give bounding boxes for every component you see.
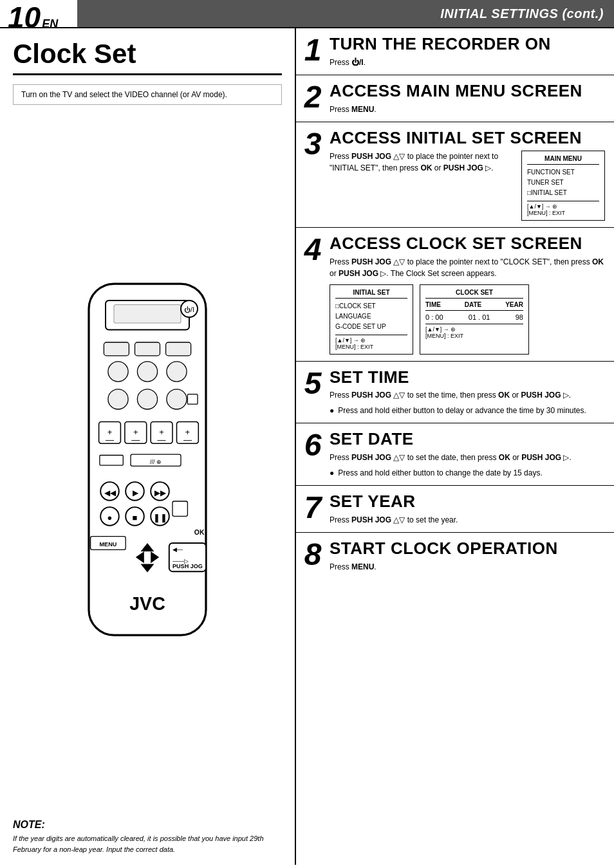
step-2-desc: Press MENU. [330, 104, 605, 115]
step-6-bullet: Press and hold either button to change t… [330, 467, 605, 479]
page-number-area: 10 EN [0, 0, 77, 27]
step-3-heading: ACCESS INITIAL SET SCREEN [330, 129, 605, 148]
clock-set-headers: TIME DATE YEAR [425, 301, 523, 311]
menu-item-tuner-set: TUNER SET [527, 178, 599, 188]
clock-set-values: 0 : 00 01 . 01 98 [425, 313, 523, 321]
main-layout: Clock Set Turn on the TV and select the … [0, 28, 614, 865]
clock-set-col-date: DATE [465, 301, 481, 308]
header-title-bar: INITIAL SETTINGS (cont.) [77, 0, 614, 27]
svg-rect-2 [114, 305, 181, 324]
svg-text:■: ■ [133, 513, 138, 522]
step-2: 2 ACCESS MAIN MENU SCREEN Press MENU. [296, 75, 614, 122]
step-1-content: TURN THE RECORDER ON Press ⏻/I. [330, 35, 605, 68]
left-column: Clock Set Turn on the TV and select the … [0, 28, 296, 865]
step-2-content: ACCESS MAIN MENU SCREEN Press MENU. [330, 82, 605, 115]
clock-set-val-time: 0 : 00 [425, 313, 443, 321]
step-4: 4 ACCESS CLOCK SET SCREEN Press PUSH JOG… [296, 228, 614, 362]
svg-text:MENU: MENU [100, 541, 117, 548]
step-8-desc: Press MENU. [330, 561, 605, 573]
step-6-desc: Press PUSH JOG △▽ to set the date, then … [330, 452, 605, 463]
svg-text:—: — [106, 435, 114, 445]
step-5-heading: SET TIME [330, 368, 605, 387]
svg-text:OK: OK [194, 529, 205, 536]
step-8-content: START CLOCK OPERATION Press MENU. [330, 539, 605, 573]
svg-text:◀◀: ◀◀ [104, 488, 116, 497]
step-1: 1 TURN THE RECORDER ON Press ⏻/I. [296, 28, 614, 75]
clock-set-title: Clock Set [13, 39, 282, 75]
svg-point-9 [137, 362, 157, 382]
step-7: 7 SET YEAR Press PUSH JOG △▽ to set the … [296, 486, 614, 533]
tv-instruction: Turn on the TV and select the VIDEO chan… [13, 84, 282, 105]
initial-set-nav: [▲/▼] → ⊛[MENU] : EXIT [335, 335, 407, 350]
svg-rect-42 [172, 501, 187, 516]
svg-point-13 [167, 389, 187, 409]
svg-text:▶: ▶ [133, 488, 139, 497]
step-1-heading: TURN THE RECORDER ON [330, 35, 605, 54]
step-5-bullet: Press and hold either button to delay or… [330, 405, 605, 416]
svg-text:PUSH JOG: PUSH JOG [172, 563, 203, 569]
step-8-number: 8 [296, 539, 330, 573]
step-5-desc: Press PUSH JOG △▽ to set the time, then … [330, 389, 605, 401]
svg-point-12 [137, 389, 157, 409]
step-5-number: 5 [296, 368, 330, 417]
header-title-text: INITIAL SETTINGS (cont.) [440, 6, 604, 21]
initial-set-title: INITIAL SET [335, 289, 407, 299]
page-header: 10 EN INITIAL SETTINGS (cont.) [0, 0, 614, 28]
svg-text:●: ● [107, 513, 113, 522]
note-section: NOTE: If the year digits are automatical… [13, 814, 282, 854]
svg-text:⏻/I: ⏻/I [184, 306, 194, 313]
clock-set-nav: [▲/▼] → ⊛[MENU] : EXIT [425, 324, 523, 339]
step-6: 6 SET DATE Press PUSH JOG △▽ to set the … [296, 423, 614, 486]
clock-set-screen: CLOCK SET TIME DATE YEAR 0 : 00 01 . 01 … [420, 284, 529, 355]
svg-text:/// ⊕: /// ⊕ [150, 459, 162, 465]
step-4-desc: Press PUSH JOG △▽ to place the pointer n… [330, 256, 605, 279]
svg-rect-5 [104, 342, 129, 356]
svg-text:—: — [158, 435, 166, 445]
step-6-number: 6 [296, 430, 330, 479]
remote-svg: ⏻/I + + + [64, 275, 231, 643]
menu-item-initial-set: □INITIAL SET [527, 188, 599, 198]
note-heading: NOTE: [13, 819, 282, 831]
main-menu-nav: [▲/▼] → ⊛[MENU] : EXIT [527, 201, 599, 216]
svg-text:❚❚: ❚❚ [153, 513, 167, 523]
svg-text:JVC: JVC [129, 593, 165, 614]
initial-set-item-clock: □CLOCK SET [335, 301, 407, 311]
step-5: 5 SET TIME Press PUSH JOG △▽ to set the … [296, 362, 614, 424]
step-5-content: SET TIME Press PUSH JOG △▽ to set the ti… [330, 368, 605, 417]
step-3-desc: Press PUSH JOG △▽ to place the pointer n… [330, 151, 515, 174]
svg-text:—: — [183, 435, 192, 445]
step-3-number: 3 [296, 129, 330, 221]
svg-text:▶▶: ▶▶ [154, 488, 167, 497]
clock-set-col-year: YEAR [505, 301, 523, 308]
step-8: 8 START CLOCK OPERATION Press MENU. [296, 533, 614, 579]
menu-item-function-set: FUNCTION SET [527, 167, 599, 178]
step-2-number: 2 [296, 82, 330, 115]
step-8-heading: START CLOCK OPERATION [330, 539, 605, 559]
svg-text:—: — [131, 435, 140, 445]
svg-rect-6 [135, 342, 160, 356]
step-3: 3 ACCESS INITIAL SET SCREEN Press PUSH J… [296, 122, 614, 228]
clock-set-val-date: 01 . 01 [469, 313, 490, 321]
step-4-screens: INITIAL SET □CLOCK SET LANGUAGE G-CODE S… [330, 284, 605, 355]
step-7-desc: Press PUSH JOG △▽ to set the year. [330, 514, 605, 526]
svg-text:◀—: ◀— [172, 546, 183, 553]
right-column: 1 TURN THE RECORDER ON Press ⏻/I. 2 ACCE… [296, 28, 614, 865]
step-1-number: 1 [296, 35, 330, 68]
initial-set-item-gcode: G-CODE SET UP [335, 322, 407, 332]
svg-point-8 [108, 362, 128, 382]
step-4-number: 4 [296, 234, 330, 355]
main-menu-screen: MAIN MENU FUNCTION SET TUNER SET □INITIA… [521, 151, 605, 221]
clock-set-col-time: TIME [425, 301, 441, 308]
step-4-content: ACCESS CLOCK SET SCREEN Press PUSH JOG △… [330, 234, 605, 355]
step-7-content: SET YEAR Press PUSH JOG △▽ to set the ye… [330, 492, 605, 526]
step-6-heading: SET DATE [330, 430, 605, 449]
svg-point-11 [108, 389, 128, 409]
step-7-heading: SET YEAR [330, 492, 605, 512]
step-7-number: 7 [296, 492, 330, 526]
clock-set-screen-title: CLOCK SET [425, 289, 523, 299]
clock-set-val-year: 98 [516, 313, 523, 321]
step-2-heading: ACCESS MAIN MENU SCREEN [330, 82, 605, 101]
step-3-content: ACCESS INITIAL SET SCREEN Press PUSH JOG… [330, 129, 605, 221]
step-1-desc: Press ⏻/I. [330, 57, 605, 68]
initial-set-item-language: LANGUAGE [335, 311, 407, 322]
